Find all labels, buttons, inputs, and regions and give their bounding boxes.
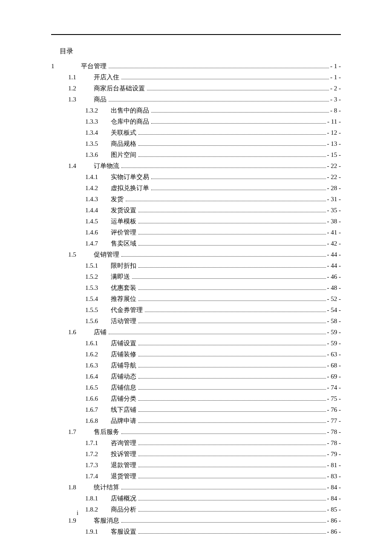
- toc-entry: 1.7.2投诉管理- 79 -: [51, 449, 341, 459]
- toc-leader-dots: [121, 489, 326, 489]
- toc-leader-dots: [138, 245, 326, 246]
- toc-entry-page: - 75 -: [327, 393, 341, 404]
- toc-entry-page: - 54 -: [327, 305, 341, 315]
- toc-entry: 1.6.5店铺信息- 74 -: [51, 382, 341, 393]
- toc-entry-number: 1.4.7: [51, 238, 111, 249]
- toc-entry-number: 1.9: [51, 515, 94, 526]
- toc-leader-dots: [145, 312, 326, 312]
- toc-leader-dots: [138, 345, 326, 345]
- toc-leader-dots: [138, 478, 326, 478]
- toc-leader-dots: [132, 278, 326, 279]
- toc-entry: 1.4订单物流- 22 -: [51, 161, 341, 171]
- toc-entry-label: 投诉管理: [111, 449, 137, 459]
- toc-leader-dots: [138, 134, 326, 135]
- toc-entry: 1.5.3优惠套装- 48 -: [51, 283, 341, 293]
- toc-entry-number: 1.4.6: [51, 227, 111, 237]
- toc-entry-number: 1.6.3: [51, 360, 111, 370]
- toc-entry-page: - 74 -: [327, 382, 341, 393]
- toc-leader-dots: [138, 422, 326, 423]
- toc-entry: 1.3.3仓库中的商品- 11 -: [51, 116, 341, 127]
- toc-entry: 1.4.1实物订单交易- 22 -: [51, 172, 341, 182]
- toc-entry-page: - 11 -: [327, 116, 341, 127]
- toc-entry-label: 店铺概况: [111, 493, 137, 503]
- toc-entry-label: 评价管理: [111, 227, 137, 237]
- toc-entry-label: 商品分析: [111, 504, 137, 515]
- toc-entry-number: 1.6.8: [51, 416, 111, 426]
- toc-leader-dots: [138, 301, 326, 301]
- toc-entry: 1.5.5代金券管理- 54 -: [51, 305, 341, 315]
- toc-entry-number: 1.8.2: [51, 504, 111, 515]
- toc-entry-label: 代金券管理: [111, 305, 144, 315]
- toc-entry: 1.3.2出售中的商品- 8 -: [51, 105, 341, 116]
- toc-entry-page: - 78 -: [327, 438, 341, 448]
- toc-entry-label: 订单物流: [94, 161, 120, 171]
- toc-leader-dots: [121, 256, 326, 257]
- toc-entry: 1.9客服消息- 86 -: [51, 515, 341, 526]
- toc-entry-page: - 52 -: [327, 294, 341, 304]
- toc-entry-page: - 76 -: [327, 405, 341, 415]
- toc-entry-number: 1.5.4: [51, 294, 111, 304]
- toc-entry-number: 1.8: [51, 482, 94, 492]
- toc-entry: 1.8统计结算- 84 -: [51, 482, 341, 492]
- toc-entry-label: 商家后台基础设置: [94, 83, 146, 93]
- toc-entry: 1.3.5商品规格- 13 -: [51, 139, 341, 149]
- toc-entry-page: - 8 -: [330, 105, 341, 116]
- toc-entry-label: 发货设置: [111, 205, 137, 215]
- toc-entry-number: 1.6.4: [51, 371, 111, 382]
- page-number-footer: i: [77, 510, 78, 517]
- toc-entry-number: 1.7.3: [51, 460, 111, 470]
- toc-entry-label: 线下店铺: [111, 405, 137, 415]
- toc-entry: 1.4.7售卖区域- 42 -: [51, 238, 341, 249]
- toc-entry-page: - 86 -: [327, 526, 341, 537]
- toc-entry-label: 品牌申请: [111, 416, 137, 426]
- toc-entry: 1.4.4发货设置- 35 -: [51, 205, 341, 215]
- toc-entry-page: - 59 -: [327, 338, 341, 348]
- toc-entry-label: 虚拟兑换订单: [111, 183, 150, 193]
- toc-entry-number: 1.5: [51, 249, 94, 260]
- toc-entry-number: 1: [51, 61, 81, 71]
- toc-entry-number: 1.7: [51, 427, 94, 437]
- toc-entry-number: 1.2: [51, 83, 94, 93]
- header-rule: [51, 34, 341, 35]
- toc-entry-number: 1.9.1: [51, 526, 111, 537]
- toc-entry-label: 图片空间: [111, 150, 137, 160]
- toc-entry-number: 1.3.4: [51, 127, 111, 138]
- toc-entry-page: - 38 -: [327, 216, 341, 226]
- toc-entry-page: - 78 -: [327, 427, 341, 437]
- toc-entry-page: - 12 -: [327, 127, 341, 138]
- toc-entry-page: - 79 -: [327, 449, 341, 459]
- toc-entry-number: 1.1: [51, 72, 94, 82]
- toc-leader-dots: [138, 223, 326, 223]
- toc-leader-dots: [138, 234, 326, 234]
- toc-entry-label: 店铺导航: [111, 360, 137, 370]
- toc-leader-dots: [121, 168, 326, 168]
- toc-entry-label: 店铺: [94, 327, 107, 337]
- toc-entry-number: 1.5.2: [51, 272, 111, 282]
- toc-entry-label: 实物订单交易: [111, 172, 150, 182]
- toc-entry-label: 发货: [111, 194, 124, 204]
- toc-entry-label: 店铺动态: [111, 371, 137, 382]
- toc-leader-dots: [126, 201, 326, 201]
- toc-entry-label: 退货管理: [111, 471, 137, 481]
- toc-leader-dots: [138, 389, 326, 390]
- toc-entry-page: - 22 -: [327, 161, 341, 171]
- toc-entry-label: 关联板式: [111, 127, 137, 138]
- toc-entry-label: 运单模板: [111, 216, 137, 226]
- toc-leader-dots: [138, 467, 326, 467]
- toc-entry: 1.4.3发货- 31 -: [51, 194, 341, 204]
- toc-entry-label: 咨询管理: [111, 438, 137, 448]
- toc-entry: 1.3.4关联板式- 12 -: [51, 127, 341, 138]
- toc-entry-label: 平台管理: [81, 61, 107, 71]
- toc-entry-label: 商品: [94, 94, 107, 104]
- toc-leader-dots: [121, 522, 326, 523]
- toc-leader-dots: [138, 356, 326, 356]
- toc-entry: 1.6.1店铺设置- 59 -: [51, 338, 341, 348]
- toc-entry-page: - 44 -: [327, 249, 341, 260]
- toc-entry: 1.6.8品牌申请- 77 -: [51, 416, 341, 426]
- toc-entry: 1.6.7线下店铺- 76 -: [51, 405, 341, 415]
- toc-entry-page: - 63 -: [327, 349, 341, 359]
- toc-entry: 1.6.2店铺装修- 63 -: [51, 349, 341, 359]
- toc-entry-number: 1.3.5: [51, 139, 111, 149]
- toc-entry-page: - 85 -: [327, 504, 341, 515]
- toc-entry: 1.7.1咨询管理- 78 -: [51, 438, 341, 448]
